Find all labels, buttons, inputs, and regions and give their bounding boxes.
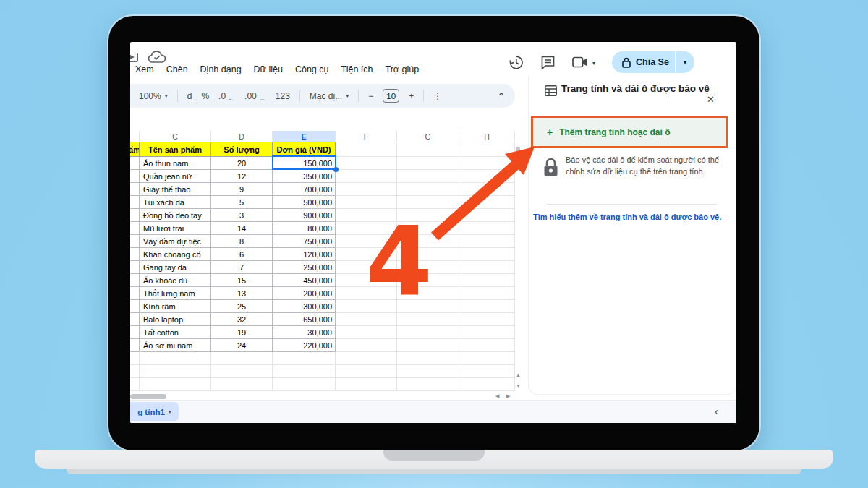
cell-product-name[interactable]: Giày thể thao bbox=[140, 183, 211, 196]
cell-partial[interactable] bbox=[130, 209, 140, 222]
cell-partial[interactable] bbox=[130, 248, 140, 261]
cell[interactable] bbox=[397, 157, 459, 170]
cell[interactable] bbox=[130, 378, 140, 391]
cell-partial[interactable] bbox=[130, 235, 140, 248]
cell[interactable] bbox=[397, 142, 459, 157]
cell-price[interactable]: 200,000 bbox=[273, 287, 336, 300]
cell-product-name[interactable]: Váy đầm dự tiệc bbox=[140, 235, 211, 248]
cell-product-name[interactable]: Balo laptop bbox=[140, 313, 211, 326]
cell[interactable] bbox=[459, 352, 515, 365]
cell[interactable] bbox=[273, 378, 336, 391]
horizontal-scrollbar-thumb[interactable] bbox=[130, 394, 166, 399]
cell[interactable] bbox=[397, 339, 459, 352]
cell-product-name[interactable]: Khăn choàng cổ bbox=[140, 248, 211, 261]
cell[interactable] bbox=[459, 157, 515, 170]
cell-partial[interactable] bbox=[130, 274, 140, 287]
comment-icon[interactable] bbox=[540, 55, 556, 70]
menu-item-tiện-ích[interactable]: Tiện ích bbox=[341, 64, 373, 74]
header-cell-qty[interactable]: Số lượng bbox=[211, 142, 273, 157]
video-call-icon[interactable] bbox=[572, 56, 588, 68]
scroll-right-icon[interactable]: ▶ bbox=[506, 393, 510, 399]
cell-product-name[interactable]: Áo sơ mi nam bbox=[140, 339, 211, 352]
menu-item-công-cụ[interactable]: Công cụ bbox=[295, 64, 329, 74]
cell-quantity[interactable]: 9 bbox=[211, 183, 273, 196]
currency-format-button[interactable]: đ bbox=[187, 91, 192, 101]
cell-product-name[interactable]: Quần jean nữ bbox=[140, 170, 211, 183]
cell[interactable] bbox=[459, 183, 515, 196]
cell[interactable] bbox=[140, 352, 211, 365]
menu-item-trợ-giúp[interactable]: Trợ giúp bbox=[386, 64, 420, 74]
cell[interactable] bbox=[397, 183, 459, 196]
number-format-button[interactable]: 123 bbox=[276, 91, 290, 101]
cell-quantity[interactable]: 13 bbox=[211, 287, 273, 300]
cell[interactable] bbox=[459, 326, 515, 339]
menu-item-chèn[interactable]: Chèn bbox=[166, 64, 188, 74]
header-cell-name[interactable]: Tên sản phẩm bbox=[140, 142, 211, 157]
sheet-tab[interactable]: g tính1 ▾ bbox=[130, 402, 179, 421]
menu-item-xem[interactable]: Xem bbox=[135, 64, 154, 74]
cell-partial[interactable] bbox=[130, 326, 140, 339]
vertical-scrollbar[interactable]: ▲ ▼ bbox=[515, 131, 521, 393]
fill-handle[interactable] bbox=[333, 167, 339, 172]
cell-price[interactable]: 350,000 bbox=[273, 170, 336, 183]
cell-price[interactable]: 700,000 bbox=[273, 183, 336, 196]
zoom-select[interactable]: 100%▾ bbox=[139, 91, 168, 101]
cell-partial[interactable] bbox=[130, 157, 140, 170]
column-header-C[interactable]: C bbox=[140, 131, 211, 142]
learn-more-link[interactable]: Tìm hiểu thêm về trang tính và dải ô đượ… bbox=[533, 213, 734, 221]
cell-partial[interactable] bbox=[130, 300, 140, 313]
cell[interactable] bbox=[336, 378, 397, 391]
cell[interactable] bbox=[459, 365, 515, 378]
chevron-left-icon[interactable]: ‹ bbox=[715, 405, 718, 417]
cell-price[interactable]: 300,000 bbox=[273, 300, 336, 313]
cell[interactable] bbox=[459, 196, 515, 209]
cell[interactable] bbox=[397, 378, 459, 391]
cell-partial[interactable] bbox=[130, 170, 140, 183]
column-header-F[interactable]: F bbox=[336, 131, 397, 142]
font-family-select[interactable]: Mặc đị...▾ bbox=[310, 91, 349, 101]
cell[interactable] bbox=[397, 352, 459, 365]
cell[interactable] bbox=[397, 365, 459, 378]
increase-font-size-button[interactable]: + bbox=[409, 91, 414, 101]
menu-item-định-dạng[interactable]: Định dạng bbox=[200, 64, 242, 74]
close-panel-icon[interactable]: ✕ bbox=[707, 94, 715, 105]
percent-format-button[interactable]: % bbox=[201, 91, 209, 101]
font-size-input[interactable]: 10 bbox=[383, 89, 399, 103]
cell-price[interactable]: 220,000 bbox=[273, 339, 336, 352]
header-cell-partial[interactable]: ẩm bbox=[130, 142, 140, 157]
cell[interactable] bbox=[336, 142, 397, 157]
cell-product-name[interactable]: Đồng hồ đeo tay bbox=[140, 209, 211, 222]
cell[interactable] bbox=[273, 352, 336, 365]
cell[interactable] bbox=[336, 365, 397, 378]
column-header-E[interactable]: E bbox=[273, 131, 336, 142]
cell-quantity[interactable]: 32 bbox=[211, 313, 273, 326]
cell[interactable] bbox=[459, 378, 515, 391]
column-header-partial[interactable] bbox=[130, 131, 140, 142]
cell[interactable] bbox=[459, 300, 515, 313]
cell-quantity[interactable]: 25 bbox=[211, 300, 273, 313]
cell[interactable] bbox=[211, 365, 273, 378]
cell[interactable] bbox=[459, 274, 515, 287]
scroll-down-icon[interactable]: ▼ bbox=[516, 383, 521, 388]
cell[interactable] bbox=[130, 352, 140, 365]
cell-quantity[interactable]: 12 bbox=[211, 170, 273, 183]
cell[interactable] bbox=[459, 287, 515, 300]
move-document-icon[interactable] bbox=[130, 53, 138, 62]
cell[interactable] bbox=[336, 170, 397, 183]
column-header-G[interactable]: G bbox=[397, 131, 459, 142]
cell-price[interactable]: 500,000 bbox=[273, 196, 336, 209]
cell-product-name[interactable]: Túi xách da bbox=[140, 196, 211, 209]
cell[interactable] bbox=[273, 365, 336, 378]
cell-product-name[interactable]: Thắt lưng nam bbox=[140, 287, 211, 300]
increase-decimal-button[interactable]: .00→ bbox=[244, 91, 266, 101]
decrease-font-size-button[interactable]: − bbox=[368, 91, 373, 101]
cell[interactable] bbox=[459, 209, 515, 222]
cell-quantity[interactable]: 15 bbox=[211, 274, 273, 287]
cell[interactable] bbox=[140, 365, 211, 378]
cell-partial[interactable] bbox=[130, 339, 140, 352]
cell[interactable] bbox=[140, 378, 211, 391]
cell[interactable] bbox=[459, 170, 515, 183]
cell[interactable] bbox=[459, 142, 515, 157]
cell-partial[interactable] bbox=[130, 287, 140, 300]
cell-price[interactable]: 900,000 bbox=[273, 209, 336, 222]
